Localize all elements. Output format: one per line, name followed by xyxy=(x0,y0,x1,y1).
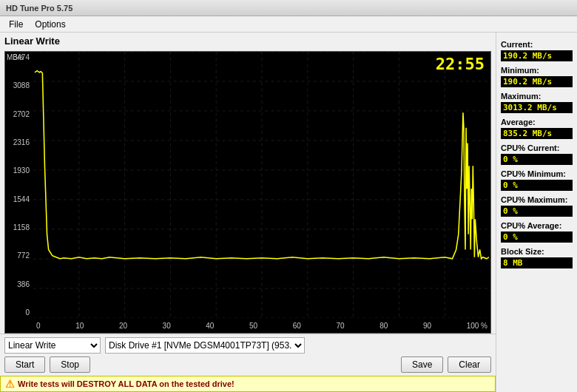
y-label-5: 1544 xyxy=(5,195,32,203)
x-label-9: 90 xyxy=(423,322,431,330)
x-axis: 0 10 20 30 40 50 60 70 80 90 100 % xyxy=(33,318,490,333)
minimum-label: Minimum: xyxy=(501,66,573,75)
controls-row1: Linear Write Random Write Linear Read Ra… xyxy=(4,337,491,354)
stats-panel: Current: 190.2 MB/s Minimum: 190.2 MB/s … xyxy=(496,33,577,392)
y-axis: 3474 3088 2702 2316 1930 1544 1158 772 3… xyxy=(5,52,33,318)
y-label-7: 772 xyxy=(5,251,32,260)
test-select[interactable]: Linear Write Random Write Linear Read Ra… xyxy=(4,337,101,354)
menu-bar: File Options xyxy=(0,16,577,33)
stop-button[interactable]: Stop xyxy=(50,356,90,373)
x-label-4: 40 xyxy=(206,322,214,330)
controls-row2: Start Stop Save Clear xyxy=(4,356,491,373)
test-title: Linear Write xyxy=(4,36,491,47)
title-bar: HD Tune Pro 5.75 xyxy=(0,0,577,16)
start-button[interactable]: Start xyxy=(4,356,45,373)
cpu-current-value: 0 % xyxy=(501,154,573,165)
y-label-1: 3088 xyxy=(5,81,32,89)
y-label-6: 1158 xyxy=(5,223,32,232)
x-label-2: 20 xyxy=(119,322,127,330)
blocksize-value: 8 MB xyxy=(501,257,573,268)
chart-timestamp: 22:55 xyxy=(436,55,485,73)
menu-file[interactable]: File xyxy=(3,18,29,31)
maximum-value: 3013.2 MB/s xyxy=(501,102,573,113)
y-label-4: 1930 xyxy=(5,166,32,175)
y-label-0: 3474 xyxy=(5,53,32,61)
current-value: 190.2 MB/s xyxy=(501,50,573,61)
chart-plot-area xyxy=(33,52,490,318)
average-label: Average: xyxy=(501,118,573,126)
x-label-10: 100 % xyxy=(467,322,487,330)
x-label-8: 80 xyxy=(379,322,388,330)
warning-bar: ⚠ Write tests will DESTROY ALL DATA on t… xyxy=(0,376,496,392)
y-label-9: 0 xyxy=(5,308,32,317)
cpu-average-value: 0 % xyxy=(501,232,573,243)
chart-container: MB/s 3474 3088 2702 2316 1930 1544 1158 … xyxy=(4,51,491,334)
clear-button[interactable]: Clear xyxy=(448,356,491,373)
warning-text: Write tests will DESTROY ALL DATA on the… xyxy=(18,379,234,388)
disk-select[interactable]: Disk Drive #1 [NVMe DGSM4001TP73T] (953.… xyxy=(105,337,305,354)
cpu-maximum-label: CPU% Maximum: xyxy=(501,195,573,204)
cpu-minimum-label: CPU% Minimum: xyxy=(501,169,573,178)
x-label-0: 0 xyxy=(36,322,41,330)
title-bar-text: HD Tune Pro 5.75 xyxy=(6,4,72,13)
cpu-maximum-value: 0 % xyxy=(501,206,573,217)
x-label-3: 30 xyxy=(163,322,171,330)
menu-options[interactable]: Options xyxy=(29,18,71,31)
save-button[interactable]: Save xyxy=(401,356,443,373)
current-label: Current: xyxy=(501,40,573,49)
y-label-3: 2316 xyxy=(5,138,32,146)
maximum-label: Maximum: xyxy=(501,92,573,101)
blocksize-label: Block Size: xyxy=(501,247,573,256)
x-label-7: 70 xyxy=(336,322,344,330)
x-label-1: 10 xyxy=(75,322,84,330)
cpu-average-label: CPU% Average: xyxy=(501,221,573,230)
cpu-minimum-value: 0 % xyxy=(501,180,573,191)
minimum-value: 190.2 MB/s xyxy=(501,76,573,87)
y-label-2: 2702 xyxy=(5,110,32,118)
x-label-6: 60 xyxy=(293,322,301,330)
average-value: 835.2 MB/s xyxy=(501,128,573,139)
x-label-5: 50 xyxy=(249,322,257,330)
cpu-current-label: CPU% Current: xyxy=(501,143,573,152)
y-label-8: 386 xyxy=(5,280,32,288)
warning-icon: ⚠ xyxy=(5,378,15,390)
chart-svg xyxy=(33,52,490,318)
